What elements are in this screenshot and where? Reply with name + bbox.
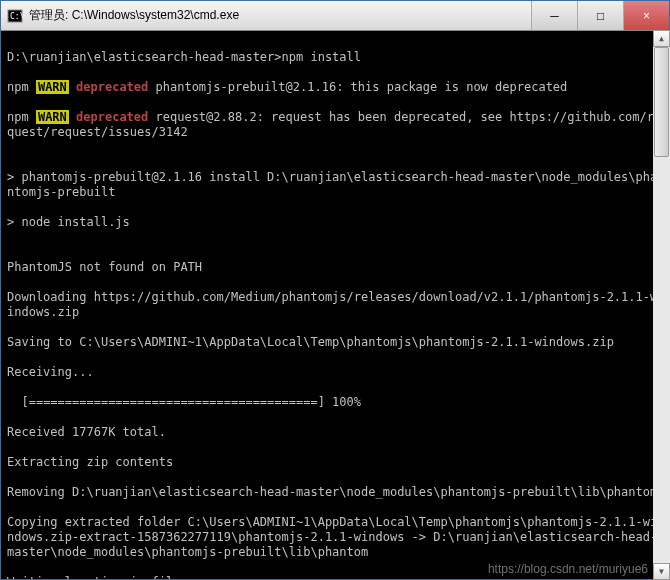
output-line: PhantomJS not found on PATH <box>7 260 663 275</box>
install-cmd: > node install.js <box>7 215 663 230</box>
npm-warn-line: npm WARN deprecated phantomjs-prebuilt@2… <box>7 80 663 95</box>
warn-badge: WARN <box>36 110 69 124</box>
warn-badge: WARN <box>36 80 69 94</box>
npm-warn-line: npm WARN deprecated request@2.88.2: requ… <box>7 110 663 140</box>
maximize-button[interactable]: □ <box>577 1 623 30</box>
window-controls: ─ □ × <box>531 1 669 30</box>
output-line: Receiving... <box>7 365 663 380</box>
terminal-output[interactable]: D:\ruanjian\elasticsearch-head-master>np… <box>1 31 669 579</box>
titlebar[interactable]: C:\ 管理员: C:\Windows\system32\cmd.exe ─ □… <box>1 1 669 31</box>
scroll-up-button[interactable]: ▲ <box>653 30 670 47</box>
output-line: Saving to C:\Users\ADMINI~1\AppData\Loca… <box>7 335 663 350</box>
output-line: Copying extracted folder C:\Users\ADMINI… <box>7 515 663 560</box>
watermark: https://blog.csdn.net/muriyue6 <box>488 562 648 576</box>
warn-text: phantomjs-prebuilt@2.1.16: this package … <box>156 80 568 94</box>
deprecated-label: deprecated <box>69 110 156 124</box>
progress-bar: [=======================================… <box>7 395 663 410</box>
minimize-button[interactable]: ─ <box>531 1 577 30</box>
close-button[interactable]: × <box>623 1 669 30</box>
cmd-window: C:\ 管理员: C:\Windows\system32\cmd.exe ─ □… <box>0 0 670 580</box>
scroll-down-button[interactable]: ▼ <box>653 563 670 580</box>
output-line: Extracting zip contents <box>7 455 663 470</box>
scroll-track[interactable] <box>653 47 670 563</box>
output-line: Downloading https://github.com/Medium/ph… <box>7 290 663 320</box>
output-line: Received 17767K total. <box>7 425 663 440</box>
cmd-icon: C:\ <box>7 8 23 24</box>
window-title: 管理员: C:\Windows\system32\cmd.exe <box>29 7 531 24</box>
npm-prefix: npm <box>7 80 36 94</box>
output-line: Removing D:\ruanjian\elasticsearch-head-… <box>7 485 663 500</box>
deprecated-label: deprecated <box>69 80 156 94</box>
svg-text:C:\: C:\ <box>10 12 23 21</box>
npm-prefix: npm <box>7 110 36 124</box>
vertical-scrollbar[interactable]: ▲ ▼ <box>653 30 670 580</box>
prompt-line: D:\ruanjian\elasticsearch-head-master>np… <box>7 50 663 65</box>
scroll-thumb[interactable] <box>654 47 669 157</box>
install-header: > phantomjs-prebuilt@2.1.16 install D:\r… <box>7 170 663 200</box>
